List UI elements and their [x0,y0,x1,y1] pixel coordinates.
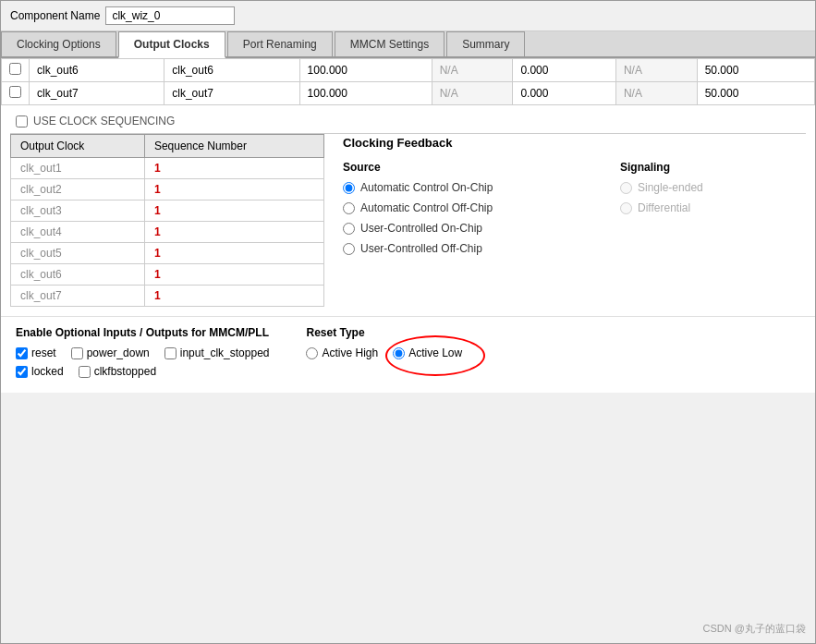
seq-clock-name: clk_out2 [11,179,145,200]
user-on-chip-row: User-Controlled On-Chip [343,222,583,235]
tab-mmcm-settings[interactable]: MMCM Settings [335,31,445,56]
component-name-label: Component Name [10,9,100,22]
seq-clock-name: clk_out4 [11,222,145,243]
use-clock-section: USE CLOCK SEQUENCING [1,105,815,133]
input-clk-stopped-label: input_clk_stopped [180,346,270,359]
use-clock-sequencing-checkbox[interactable] [16,115,28,128]
clk-out7-name: clk_out7 [30,82,164,105]
active-low-item: Active Low [393,346,462,359]
tab-port-renaming[interactable]: Port Renaming [227,31,333,56]
user-off-chip-radio[interactable] [343,243,355,255]
input-clk-stopped-checkbox[interactable] [164,347,177,359]
col-sequence-number: Sequence Number [144,135,323,158]
optional-inputs-title: Enable Optional Inputs / Outputs for MMC… [16,326,269,339]
clk-out6-na2: N/A [615,59,697,82]
table-row: clk_out2 1 [11,179,324,200]
tab-bar: Clocking Options Output Clocks Port Rena… [1,31,815,58]
right-panel: Clocking Feedback Source Automatic Contr… [343,134,806,307]
clk-out7-val1: 0.000 [513,82,615,105]
col-output-clock: Output Clock [11,135,145,158]
table-row: clk_out6 1 [11,264,324,286]
auto-on-chip-row: Automatic Control On-Chip [343,181,583,194]
power-down-checkbox[interactable] [71,347,83,359]
seq-clock-name: clk_out6 [11,264,145,286]
seq-clock-name: clk_out1 [11,158,145,179]
user-on-chip-radio[interactable] [343,223,355,235]
reset-radio-row: Active High Active Low [306,346,800,359]
table-row: clk_out1 1 [11,158,324,179]
clk-out6-name: clk_out6 [30,59,164,82]
clk-out7-na2: N/A [615,82,697,105]
power-down-label: power_down [87,346,150,359]
tab-output-clocks[interactable]: Output Clocks [118,31,225,58]
seq-number: 1 [144,179,323,200]
clk-out7-val3: 50.000 [697,82,814,105]
clk-out7-port: clk_out7 [164,82,299,105]
table-row: clk_out3 1 [11,200,324,222]
optional-inputs-section: Enable Optional Inputs / Outputs for MMC… [16,326,269,383]
clk-out6-na1: N/A [432,59,513,82]
differential-radio[interactable] [620,202,632,214]
seq-clock-name: clk_out5 [11,243,145,264]
checkbox-row-2: locked clkfbstopped [16,365,269,378]
input-clk-stopped-checkbox-item: input_clk_stopped [164,346,270,359]
single-ended-row: Single-ended [620,181,806,194]
seq-number: 1 [144,222,323,243]
locked-checkbox[interactable] [16,366,28,378]
seq-number: 1 [144,200,323,222]
single-ended-label: Single-ended [638,181,703,194]
main-content: Output Clock Sequence Number clk_out1 1 … [1,134,815,316]
active-low-radio[interactable] [393,347,405,359]
reset-checkbox[interactable] [16,347,28,359]
tab-summary[interactable]: Summary [446,31,525,56]
checkbox-row-1: reset power_down input_clk_stopped [16,346,269,359]
table-row: clk_out7 clk_out7 100.000 N/A 0.000 N/A … [2,82,815,105]
auto-off-chip-label: Automatic Control Off-Chip [360,201,493,214]
table-row: clk_out6 clk_out6 100.000 N/A 0.000 N/A … [2,59,815,82]
content-area: clk_out6 clk_out6 100.000 N/A 0.000 N/A … [1,58,815,393]
component-name-input[interactable]: clk_wiz_0 [105,6,235,25]
auto-on-chip-radio[interactable] [343,182,355,194]
active-high-radio[interactable] [306,347,318,359]
clocking-feedback-title: Clocking Feedback [343,136,806,150]
active-high-item: Active High [306,346,378,359]
clk-out6-freq: 100.000 [299,59,432,82]
single-ended-radio[interactable] [620,182,632,194]
clk-out6-checkbox[interactable] [9,63,21,75]
seq-number: 1 [144,158,323,179]
clk-out6-port: clk_out6 [164,59,299,82]
active-high-label: Active High [322,346,378,359]
differential-row: Differential [620,201,806,214]
clk-out7-checkbox[interactable] [9,86,21,98]
clkfbstopped-checkbox[interactable] [79,366,91,378]
seq-clock-name: clk_out7 [11,286,145,307]
locked-label: locked [31,365,64,378]
auto-off-chip-radio[interactable] [343,202,355,214]
reset-label: reset [31,346,56,359]
left-panel: Output Clock Sequence Number clk_out1 1 … [10,134,324,307]
tab-clocking-options[interactable]: Clocking Options [1,31,116,56]
clk-out6-val1: 0.000 [513,59,615,82]
source-signaling-row: Source Automatic Control On-Chip Automat… [343,161,806,262]
auto-on-chip-label: Automatic Control On-Chip [360,181,493,194]
watermark: CSDN @丸子的蓝口袋 [703,622,806,636]
clk-out6-val3: 50.000 [697,59,814,82]
table-row: clk_out5 1 [11,243,324,264]
table-row: clk_out4 1 [11,222,324,243]
user-off-chip-row: User-Controlled Off-Chip [343,242,583,255]
top-output-table: clk_out6 clk_out6 100.000 N/A 0.000 N/A … [1,58,815,105]
seq-number: 1 [144,264,323,286]
auto-off-chip-row: Automatic Control Off-Chip [343,201,583,214]
signaling-label: Signaling [620,161,806,174]
source-col: Source Automatic Control On-Chip Automat… [343,161,583,262]
seq-clock-name: clk_out3 [11,200,145,222]
reset-type-section: Reset Type Active High Active Low [306,326,800,383]
clkfbstopped-checkbox-item: clkfbstopped [79,365,156,378]
component-name-bar: Component Name clk_wiz_0 [1,1,815,31]
sequence-table: Output Clock Sequence Number clk_out1 1 … [10,134,324,307]
differential-label: Differential [638,201,690,214]
reset-checkbox-item: reset [16,346,56,359]
user-off-chip-label: User-Controlled Off-Chip [360,242,482,255]
active-low-label: Active Low [408,346,462,359]
locked-checkbox-item: locked [16,365,64,378]
